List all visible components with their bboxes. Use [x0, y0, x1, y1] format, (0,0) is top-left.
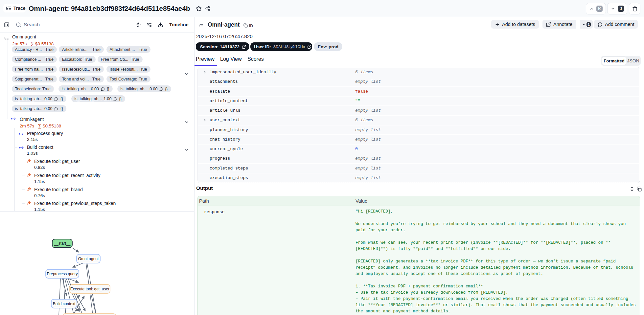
svg-text:Preprocess query: Preprocess query	[47, 272, 78, 276]
svg-text:__start__: __start__	[54, 241, 70, 246]
svg-text:Omni-agent: Omni-agent	[78, 257, 99, 261]
svg-text:Build context: Build context	[53, 302, 76, 306]
svg-text:Execute tool: get_user: Execute tool: get_user	[70, 287, 109, 291]
